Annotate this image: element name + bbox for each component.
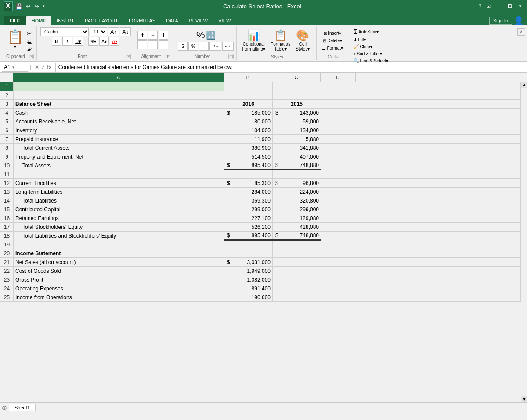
cell-a15[interactable]: Contributed Capital	[14, 205, 224, 214]
cell-a21[interactable]: Net Sales (all on account)	[14, 258, 224, 267]
cell-b12[interactable]: $85,300	[224, 179, 273, 188]
align-middle-btn[interactable]: ↔	[148, 31, 158, 40]
cell-e6[interactable]	[356, 126, 521, 135]
cell-e14[interactable]	[356, 196, 521, 205]
cells-insert-btn[interactable]: ⊞ Insert▾	[322, 30, 343, 36]
cell-a10[interactable]: Total Assets	[14, 161, 224, 170]
cell-e10[interactable]	[356, 161, 521, 170]
tab-home[interactable]: HOME	[26, 16, 51, 25]
cell-e24[interactable]	[356, 284, 521, 293]
cell-e25[interactable]	[356, 293, 521, 302]
cell-c12[interactable]: $96,800	[273, 179, 321, 188]
cell-d13[interactable]	[321, 188, 356, 196]
cell-b11[interactable]	[224, 170, 273, 179]
cell-a1[interactable]	[14, 82, 224, 91]
cell-c3[interactable]: 2015	[273, 100, 321, 109]
percent-btn[interactable]: %	[188, 42, 198, 51]
tab-view[interactable]: VIEW	[213, 16, 236, 25]
bold-btn[interactable]: B	[52, 37, 61, 46]
cell-b25[interactable]: 190,600	[224, 293, 273, 302]
cell-b13[interactable]: 284,000	[224, 188, 273, 196]
cell-d25[interactable]	[321, 293, 356, 302]
cell-e18[interactable]	[356, 232, 521, 240]
align-left-btn[interactable]: ≡	[137, 40, 147, 49]
cell-c15[interactable]: 299,000	[273, 205, 321, 214]
cell-e13[interactable]	[356, 188, 521, 196]
align-top-btn[interactable]: ⬆	[137, 31, 147, 40]
cell-c18[interactable]: $748,880	[273, 232, 321, 240]
format-painter-icon[interactable]: 🖌	[27, 46, 33, 52]
close-btn[interactable]: ✕	[516, 3, 523, 10]
cell-a24[interactable]: Operating Expenses	[14, 284, 224, 293]
paste-btn[interactable]: 📋 ▾	[4, 28, 26, 50]
dec-decrease-btn[interactable]: ←.0	[222, 42, 234, 51]
cell-b16[interactable]: 227,100	[224, 214, 273, 223]
cell-e8[interactable]	[356, 144, 521, 152]
cell-e9[interactable]	[356, 152, 521, 161]
alignment-expand-icon[interactable]: ⊡	[166, 54, 171, 59]
cell-b2[interactable]	[224, 91, 273, 100]
cell-b15[interactable]: 299,000	[224, 205, 273, 214]
cell-a23[interactable]: Gross Profit	[14, 275, 224, 284]
cell-c13[interactable]: 224,000	[273, 188, 321, 196]
dec-increase-btn[interactable]: .0→	[209, 42, 221, 51]
cell-e22[interactable]	[356, 267, 521, 275]
cell-d7[interactable]	[321, 135, 356, 144]
format-as-table-btn[interactable]: 📋 Format as Table▾	[269, 28, 292, 53]
cell-d24[interactable]	[321, 284, 356, 293]
collapse-ribbon-btn[interactable]: ∧	[517, 28, 525, 36]
cell-b4[interactable]: $185,000	[224, 109, 273, 117]
cell-c7[interactable]: 5,880	[273, 135, 321, 144]
cells-format-btn[interactable]: ☰ Format▾	[320, 45, 345, 51]
formula-input[interactable]	[55, 63, 525, 72]
cell-a14[interactable]: Total Liabilities	[14, 196, 224, 205]
fill-color-btn[interactable]: A▾	[99, 37, 109, 46]
quick-access-redo[interactable]: ↪	[33, 2, 40, 11]
maximize-btn[interactable]: ⧠	[506, 3, 513, 10]
cell-b9[interactable]: 514,500	[224, 152, 273, 161]
cell-b14[interactable]: 369,300	[224, 196, 273, 205]
col-header-a[interactable]: A	[13, 73, 224, 82]
cells-delete-btn[interactable]: ⊟ Delete▾	[321, 37, 344, 44]
cell-a17[interactable]: Total Stockholders' Equity	[14, 223, 224, 232]
align-right-btn[interactable]: ≡	[159, 40, 168, 49]
cell-reference-box[interactable]: A1 ▾	[2, 63, 28, 72]
font-family-select[interactable]: Calibri	[40, 27, 89, 36]
cell-a16[interactable]: Retained Earnings	[14, 214, 224, 223]
clear-btn[interactable]: 🧹 Clear▾	[352, 43, 374, 50]
quick-access-undo[interactable]: ↩	[25, 2, 32, 11]
tab-formulas[interactable]: FORMULAS	[123, 16, 161, 25]
cell-c25[interactable]	[273, 293, 321, 302]
cell-d2[interactable]	[321, 91, 356, 100]
cell-d5[interactable]	[321, 117, 356, 126]
number-expand-icon[interactable]: ⊡	[228, 54, 234, 59]
col-header-d[interactable]: D	[321, 73, 356, 82]
cell-b8[interactable]: 380,900	[224, 144, 273, 152]
tab-insert[interactable]: INSERT	[51, 16, 79, 25]
cell-a3[interactable]: Balance Sheet	[14, 100, 224, 109]
help-btn[interactable]: ?	[479, 4, 481, 9]
cell-a22[interactable]: Cost of Goods Sold	[14, 267, 224, 275]
restore-btn[interactable]: ⊡	[485, 3, 492, 10]
underline-btn[interactable]: U▾	[73, 37, 83, 46]
minimize-btn[interactable]: —	[495, 3, 502, 10]
cell-a7[interactable]: Prepaid Insurance	[14, 135, 224, 144]
cell-c21[interactable]	[273, 258, 321, 267]
increase-font-btn[interactable]: A↑	[108, 27, 119, 36]
cell-c1[interactable]	[273, 82, 321, 91]
cell-a9[interactable]: Property and Equipment, Net	[14, 152, 224, 161]
cell-c24[interactable]	[273, 284, 321, 293]
decrease-font-btn[interactable]: A↓	[120, 27, 131, 36]
cell-c10[interactable]: $748,880	[273, 161, 321, 170]
cell-c4[interactable]: $143,000	[273, 109, 321, 117]
conditional-formatting-btn[interactable]: 📊 Conditional Formatting▾	[240, 28, 267, 53]
comma-btn[interactable]: ,	[199, 42, 209, 51]
cell-c22[interactable]	[273, 267, 321, 275]
cut-icon[interactable]: ✂	[27, 30, 33, 37]
align-center-btn[interactable]: ≡	[148, 40, 158, 49]
cancel-formula-icon[interactable]: ✕	[35, 64, 39, 70]
font-expand-icon[interactable]: ⊡	[126, 54, 131, 59]
cell-e17[interactable]	[356, 223, 521, 232]
cell-c2[interactable]	[273, 91, 321, 100]
cell-b6[interactable]: 104,000	[224, 126, 273, 135]
